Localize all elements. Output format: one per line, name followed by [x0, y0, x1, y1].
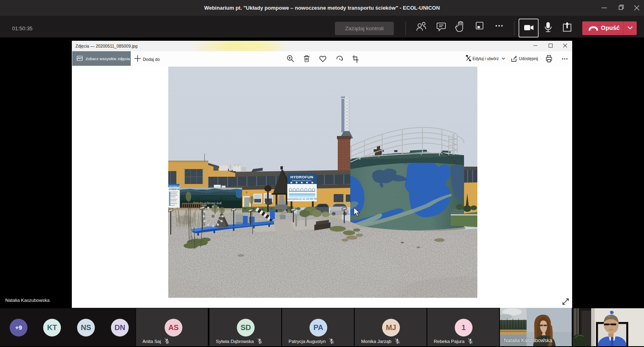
svg-text:HYDROFUN: HYDROFUN [169, 188, 180, 190]
svg-text:HYDROFUN: HYDROFUN [290, 175, 313, 179]
svg-text:Edukacyjny Park Wodny: Edukacyjny Park Wodny [292, 180, 312, 182]
svg-text:INFORMACJA: INFORMACJA [169, 185, 180, 187]
svg-text:www.hydrofun.pl • tel. 123 456: www.hydrofun.pl • tel. 123 456 789 [287, 198, 317, 200]
